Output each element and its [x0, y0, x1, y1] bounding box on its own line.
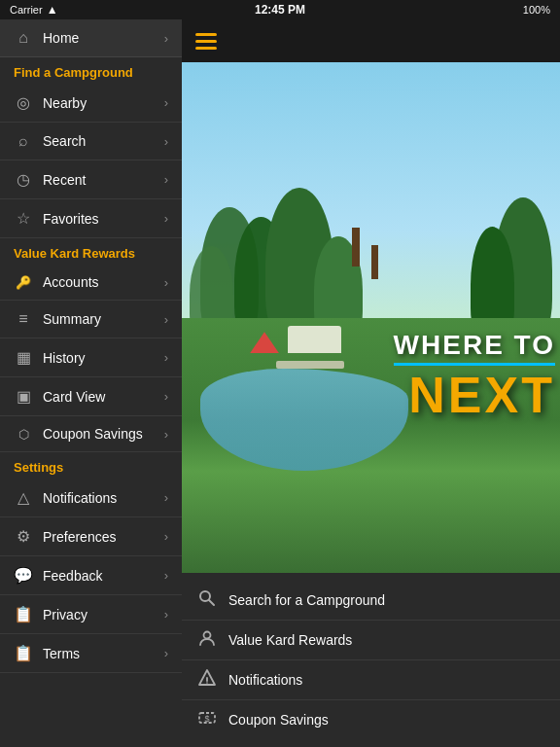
qa-coupon-savings[interactable]: $ Coupon Savings — [182, 700, 560, 739]
qa-value-kard[interactable]: Value Kard Rewards — [182, 621, 560, 660]
favorites-chevron-icon: › — [164, 211, 168, 226]
search-chevron-icon: › — [164, 134, 168, 149]
qa-notifications[interactable]: Notifications — [182, 660, 560, 700]
accounts-chevron-icon: › — [164, 275, 168, 290]
right-panel: WHERE TO NEXT Search for a Campground — [182, 19, 560, 747]
preferences-icon: ⚙ — [14, 527, 33, 546]
recent-label: Recent — [43, 172, 86, 188]
sidebar-item-preferences[interactable]: ⚙ Preferences › — [0, 517, 182, 556]
rv-icon — [288, 326, 341, 353]
sidebar: ⌂ Home › Find a Campground ◎ Nearby › ⌕ … — [0, 19, 182, 747]
summary-chevron-icon: › — [164, 312, 168, 327]
hero-underline — [394, 363, 555, 366]
sidebar-item-summary[interactable]: ≡ Summary › — [0, 301, 182, 338]
hero-trees — [182, 88, 560, 343]
terms-icon: 📋 — [14, 644, 33, 662]
privacy-chevron-icon: › — [164, 607, 168, 622]
card-view-chevron-icon: › — [164, 389, 168, 404]
privacy-icon: 📋 — [14, 605, 33, 623]
sidebar-item-history[interactable]: ▦ History › — [0, 338, 182, 377]
favorites-icon: ☆ — [14, 209, 33, 228]
card-view-label: Card View — [43, 389, 105, 405]
qa-value-kard-icon — [197, 629, 217, 651]
home-chevron-icon: › — [164, 31, 168, 46]
sidebar-item-nearby[interactable]: ◎ Nearby › — [0, 84, 182, 123]
svg-text:$: $ — [204, 714, 209, 724]
hero-scene: WHERE TO NEXT — [182, 62, 560, 573]
terms-chevron-icon: › — [164, 646, 168, 660]
hamburger-button[interactable] — [195, 33, 217, 50]
hero-section: WHERE TO NEXT — [182, 62, 560, 573]
qa-value-kard-label: Value Kard Rewards — [228, 632, 352, 648]
sidebar-item-search[interactable]: ⌕ Search › — [0, 123, 182, 160]
search-label: Search — [43, 133, 86, 149]
qa-search-label: Search for a Campground — [228, 592, 385, 608]
summary-label: Summary — [43, 311, 101, 327]
coupon-icon: ⬡ — [14, 427, 33, 442]
svg-point-2 — [204, 632, 211, 639]
feedback-chevron-icon: › — [164, 568, 168, 583]
sidebar-item-terms[interactable]: 📋 Terms › — [0, 634, 182, 673]
hamburger-line-3 — [195, 47, 217, 50]
preferences-label: Preferences — [43, 529, 116, 545]
search-icon: ⌕ — [14, 132, 33, 150]
top-toolbar — [182, 19, 560, 62]
nearby-chevron-icon: › — [164, 95, 168, 110]
home-icon: ⌂ — [14, 29, 33, 47]
notifications-icon: △ — [14, 488, 33, 507]
coupon-chevron-icon: › — [164, 427, 168, 442]
section-settings: Settings — [0, 452, 182, 479]
accounts-icon: 🔑 — [14, 275, 33, 290]
history-icon: ▦ — [14, 348, 33, 367]
rv-base — [276, 361, 344, 369]
history-chevron-icon: › — [164, 350, 168, 365]
hero-text-overlay: WHERE TO NEXT — [394, 330, 555, 420]
summary-icon: ≡ — [14, 310, 33, 328]
card-view-icon: ▣ — [14, 387, 33, 406]
qa-coupon-icon: $ — [197, 709, 217, 730]
preferences-chevron-icon: › — [164, 529, 168, 544]
sidebar-item-notifications[interactable]: △ Notifications › — [0, 479, 182, 517]
qa-notifications-icon — [197, 669, 217, 691]
privacy-label: Privacy — [43, 607, 88, 622]
section-find-campground: Find a Campground — [0, 57, 182, 84]
sidebar-item-home[interactable]: ⌂ Home › — [0, 19, 182, 57]
sidebar-item-accounts[interactable]: 🔑 Accounts › — [0, 265, 182, 301]
hamburger-line-1 — [195, 33, 217, 36]
quick-actions-panel: Search for a Campground Value Kard Rewar… — [182, 573, 560, 747]
section-value-kard: Value Kard Rewards — [0, 238, 182, 265]
terms-label: Terms — [43, 646, 80, 661]
status-battery: 100% — [523, 4, 550, 16]
status-bar: Carrier ▲ 12:45 PM 100% — [0, 0, 560, 19]
hamburger-line-2 — [195, 40, 217, 43]
hero-where-text: WHERE TO — [394, 330, 555, 361]
history-label: History — [43, 350, 86, 366]
main-layout: ⌂ Home › Find a Campground ◎ Nearby › ⌕ … — [0, 19, 560, 747]
coupon-savings-label: Coupon Savings — [43, 426, 143, 442]
sidebar-item-favorites[interactable]: ☆ Favorites › — [0, 199, 182, 238]
recent-icon: ◷ — [14, 170, 33, 189]
hero-next-text: NEXT — [394, 370, 555, 420]
wifi-icon: ▲ — [47, 3, 58, 17]
sidebar-home-label: Home — [43, 30, 79, 46]
sidebar-item-feedback[interactable]: 💬 Feedback › — [0, 556, 182, 595]
qa-search-campground[interactable]: Search for a Campground — [182, 581, 560, 621]
status-time: 12:45 PM — [255, 3, 305, 17]
qa-notifications-label: Notifications — [228, 672, 302, 688]
qa-search-icon — [197, 589, 217, 611]
svg-point-4 — [206, 682, 208, 684]
favorites-label: Favorites — [43, 211, 99, 227]
notifications-chevron-icon: › — [164, 490, 168, 505]
svg-line-1 — [209, 600, 214, 605]
feedback-icon: 💬 — [14, 566, 33, 585]
sidebar-item-recent[interactable]: ◷ Recent › — [0, 160, 182, 199]
nearby-icon: ◎ — [14, 93, 33, 112]
qa-coupon-label: Coupon Savings — [228, 712, 329, 728]
recent-chevron-icon: › — [164, 172, 168, 187]
status-carrier: Carrier ▲ — [10, 3, 58, 17]
sidebar-item-coupon-savings[interactable]: ⬡ Coupon Savings › — [0, 416, 182, 452]
sidebar-item-privacy[interactable]: 📋 Privacy › — [0, 595, 182, 634]
sidebar-item-card-view[interactable]: ▣ Card View › — [0, 377, 182, 416]
feedback-label: Feedback — [43, 568, 102, 584]
nearby-label: Nearby — [43, 95, 87, 111]
